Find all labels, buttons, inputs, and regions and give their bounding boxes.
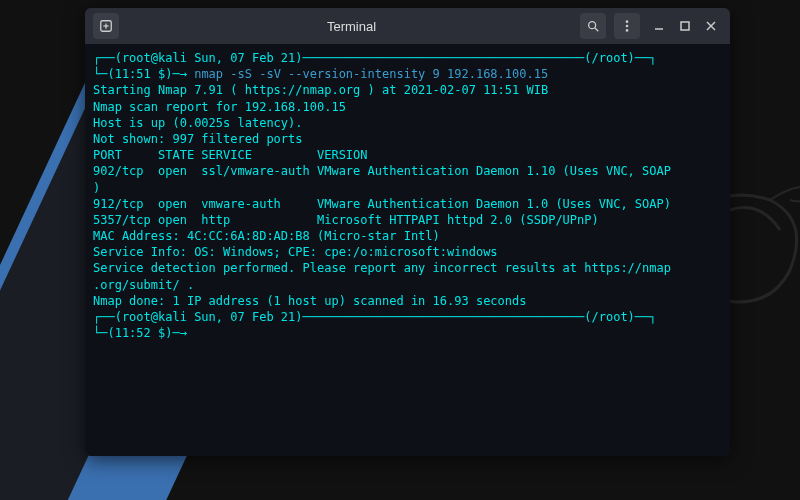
window-title: Terminal (123, 19, 580, 34)
search-button[interactable] (580, 13, 606, 39)
close-icon (705, 20, 717, 32)
svg-line-4 (595, 28, 599, 32)
output-line: Service detection performed. Please repo… (93, 260, 722, 276)
maximize-icon (679, 20, 691, 32)
svg-point-7 (626, 29, 629, 32)
prompt-cursor-line: └─(11:52 $)─→ (93, 325, 722, 341)
prompt-command-line: └─(11:51 $)─→ nmap -sS -sV --version-int… (93, 66, 722, 82)
output-line: Service Info: OS: Windows; CPE: cpe:/o:m… (93, 244, 722, 260)
new-tab-button[interactable] (93, 13, 119, 39)
output-line: Host is up (0.0025s latency). (93, 115, 722, 131)
maximize-button[interactable] (674, 15, 696, 37)
output-line: Nmap scan report for 192.168.100.15 (93, 99, 722, 115)
terminal-output-area[interactable]: ┌──(root@kali Sun, 07 Feb 21)───────────… (85, 44, 730, 456)
menu-icon (620, 19, 634, 33)
prompt-header-2: ┌──(root@kali Sun, 07 Feb 21)───────────… (93, 309, 722, 325)
search-icon (586, 19, 600, 33)
output-line: Starting Nmap 7.91 ( https://nmap.org ) … (93, 82, 722, 98)
output-line: .org/submit/ . (93, 277, 722, 293)
output-line: MAC Address: 4C:CC:6A:8D:AD:B8 (Micro-st… (93, 228, 722, 244)
titlebar[interactable]: Terminal (85, 8, 730, 44)
output-line: 902/tcp open ssl/vmware-auth VMware Auth… (93, 163, 722, 179)
output-line: ) (93, 180, 722, 196)
svg-point-3 (589, 22, 596, 29)
output-line: Not shown: 997 filtered ports (93, 131, 722, 147)
svg-point-5 (626, 20, 629, 23)
terminal-window: Terminal ┌──(root@kali Sun, 07 Feb 21)──… (85, 8, 730, 456)
svg-point-6 (626, 25, 629, 28)
output-line: Nmap done: 1 IP address (1 host up) scan… (93, 293, 722, 309)
svg-rect-9 (681, 22, 689, 30)
prompt-header-1: ┌──(root@kali Sun, 07 Feb 21)───────────… (93, 50, 722, 66)
minimize-icon (653, 20, 665, 32)
close-button[interactable] (700, 15, 722, 37)
output-line: PORT STATE SERVICE VERSION (93, 147, 722, 163)
menu-button[interactable] (614, 13, 640, 39)
output-line: 912/tcp open vmware-auth VMware Authenti… (93, 196, 722, 212)
output-line: 5357/tcp open http Microsoft HTTPAPI htt… (93, 212, 722, 228)
minimize-button[interactable] (648, 15, 670, 37)
command-text: nmap -sS -sV --version-intensity 9 192.1… (194, 67, 548, 81)
